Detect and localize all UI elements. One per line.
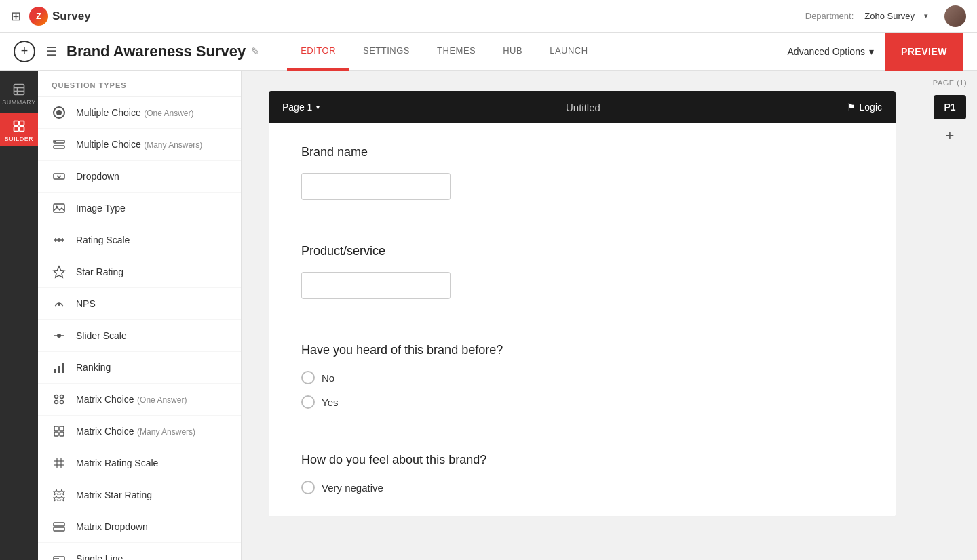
q-item-mc-one[interactable]: Multiple Choice (One Answer) [38,97,241,129]
hamburger-icon[interactable]: ☰ [46,44,57,59]
q-item-label-nps: NPS [76,298,96,309]
q-item-matrix-choice-one[interactable]: Matrix Choice (One Answer) [38,384,241,416]
builder-label: BUILDER [5,136,34,142]
question-4-options: Very negative [301,481,863,494]
svg-rect-11 [54,146,64,148]
question-2-input[interactable] [301,272,451,299]
q-item-label-slider-scale: Slider Scale [76,330,127,341]
svg-rect-44 [54,527,64,531]
q-item-dropdown[interactable]: Dropdown [38,161,241,193]
nps-icon [52,296,66,311]
question-2: Product/service [269,222,896,321]
preview-button[interactable]: PREVIEW [885,33,963,71]
tab-launch[interactable]: LAUNCH [536,33,601,71]
q-item-star-rating[interactable]: Star Rating [38,256,241,288]
radio-circle-very-negative [301,481,315,494]
question-4-title: How do you feel about this brand? [301,453,863,467]
page-bar: Page 1 ▾ Untitled ⚑ Logic [269,91,896,123]
svg-rect-31 [54,426,58,431]
q-item-ranking[interactable]: Ranking [38,352,241,384]
survey-title: Brand Awareness Survey [66,43,246,60]
q-item-matrix-rating-scale[interactable]: Matrix Rating Scale [38,447,241,479]
svg-rect-14 [54,204,64,212]
grid-icon[interactable]: ⊞ [11,9,21,24]
q-item-label-matrix-rating-scale: Matrix Rating Scale [76,458,158,468]
tab-settings[interactable]: SETTINGS [349,33,423,71]
page-panel-label: PAGE (1) [933,79,967,87]
svg-point-23 [57,334,61,338]
question-panel: QUESTION TYPES Multiple Choice (One Answ… [38,71,242,560]
q-item-slider-scale[interactable]: Slider Scale [38,320,241,352]
second-nav: + ☰ Brand Awareness Survey ✎ EDITOR SETT… [0,33,977,71]
radio-circle-no [301,371,315,384]
q-item-matrix-star-rating[interactable]: Matrix Star Rating [38,479,241,511]
add-button[interactable]: + [14,41,35,62]
radio-circle-yes [301,395,315,409]
question-4-option-very-negative[interactable]: Very negative [301,481,863,494]
page-title: Untitled [320,102,846,113]
advanced-options-label: Advanced Options [788,46,865,57]
q-item-label-image-type: Image Type [76,203,126,214]
svg-point-21 [58,303,60,306]
q-item-rating-scale[interactable]: Rating Scale [38,224,241,256]
q-item-label-ranking: Ranking [76,362,111,373]
page-dropdown[interactable]: Page 1 ▾ [282,102,320,113]
q-item-image-type[interactable]: Image Type [38,193,241,224]
sidebar-item-builder[interactable]: BUILDER [0,113,38,146]
question-3-option-yes[interactable]: Yes [301,395,863,409]
svg-rect-34 [60,432,64,436]
q-item-mc-many[interactable]: Multiple Choice (Many Answers) [38,129,241,161]
question-4: How do you feel about this brand? Very n… [269,431,896,517]
right-sidebar: PAGE (1) P1 + [923,71,977,560]
summary-label: SUMMARY [2,99,35,106]
question-panel-header: QUESTION TYPES [38,71,241,97]
q-item-label-matrix-choice-one: Matrix Choice (One Answer) [76,393,187,405]
nav-tabs: EDITOR SETTINGS THEMES HUB LAUNCH [287,33,602,71]
svg-point-29 [60,395,64,399]
tab-editor[interactable]: EDITOR [287,33,349,71]
q-item-label-matrix-dropdown: Matrix Dropdown [76,521,148,532]
survey-container: Brand name Product/service Have you hear… [269,123,896,517]
dropdown-icon [52,169,66,184]
q-item-label-mc-one: Multiple Choice (One Answer) [76,106,194,119]
edit-icon[interactable]: ✎ [251,45,260,58]
mc-many-icon [52,137,66,152]
svg-marker-40 [59,489,65,495]
page-badge-p1[interactable]: P1 [934,95,966,119]
svg-rect-43 [54,523,64,526]
svg-marker-39 [54,489,60,495]
logic-button[interactable]: ⚑ Logic [847,102,882,113]
q-item-single-line[interactable]: Single Line [38,543,241,560]
option-yes-label: Yes [322,397,338,408]
tab-themes[interactable]: THEMES [423,33,489,71]
q-item-matrix-choice-many[interactable]: Matrix Choice (Many Answers) [38,416,241,447]
svg-rect-24 [54,369,56,373]
logic-flag-icon: ⚑ [847,102,856,113]
question-3-option-no[interactable]: No [301,371,863,384]
slider-scale-icon [52,328,66,343]
advanced-options-button[interactable]: Advanced Options ▾ [788,46,874,57]
option-no-label: No [322,372,334,384]
single-line-icon [52,551,66,560]
question-1-input[interactable] [301,173,451,200]
app-name: Survey [52,9,91,23]
svg-marker-41 [54,496,60,501]
department-value[interactable]: Zoho Survey [864,11,915,21]
svg-rect-6 [14,127,19,132]
add-page-button[interactable]: + [939,125,961,146]
avatar[interactable] [944,5,966,27]
svg-point-9 [56,110,62,115]
svg-rect-26 [62,363,64,373]
question-3-title: Have you heard of this brand before? [301,343,863,357]
svg-rect-33 [54,432,58,436]
svg-rect-32 [60,426,64,431]
sidebar-item-summary[interactable]: SUMMARY [0,76,38,110]
main-content: Page 1 ▾ Untitled ⚑ Logic Brand name Pro… [242,71,923,560]
q-item-nps[interactable]: NPS [38,288,241,320]
q-item-label-matrix-star-rating: Matrix Star Rating [76,489,152,500]
department-arrow-icon[interactable]: ▾ [924,12,928,20]
question-3-options: No Yes [301,371,863,409]
image-type-icon [52,201,66,216]
tab-hub[interactable]: HUB [489,33,536,71]
q-item-matrix-dropdown[interactable]: Matrix Dropdown [38,511,241,543]
